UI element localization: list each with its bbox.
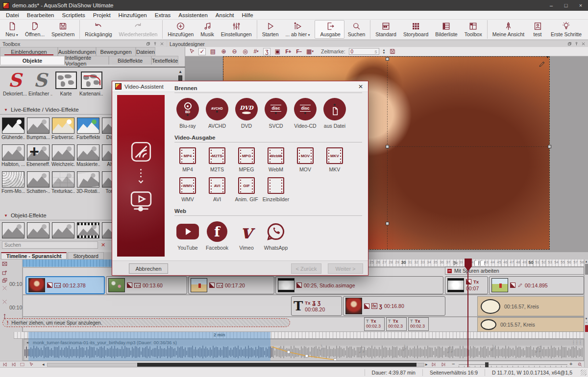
collapse-icon[interactable]: −	[585, 321, 588, 324]
toolbar-button[interactable]: Meine Ansicht	[487, 20, 528, 39]
transition-icon[interactable]	[209, 283, 215, 288]
timeline-clip[interactable]: 00:25, Studio.asimage	[275, 276, 443, 294]
toolbar-button[interactable]: Wiederherstellen	[116, 20, 161, 39]
close-panel-icon[interactable]	[581, 42, 586, 46]
layers-icon[interactable]: ▤	[209, 48, 217, 55]
grid-icon[interactable]: #▾	[252, 48, 260, 55]
toolbox-tab[interactable]: Einblendungen	[0, 47, 58, 56]
transition-icon[interactable]	[47, 283, 52, 288]
transition-icon[interactable]	[510, 283, 515, 288]
menu-item[interactable]: Hilfe	[238, 12, 257, 18]
audio-selection-overlay[interactable]	[28, 332, 270, 361]
close-button[interactable]: ×	[573, 0, 588, 11]
effect-item[interactable]: Farbeffekte	[77, 118, 99, 140]
zeitmarke-input[interactable]: 0s	[349, 48, 379, 55]
toolbox-object-item[interactable]: S Dekoriert...	[3, 71, 27, 96]
toolbox-tab[interactable]: Texteffekte	[151, 56, 178, 65]
video-option[interactable]: MKV MKV	[323, 147, 346, 172]
video-option[interactable]: GIF Anim. GIF	[235, 177, 258, 202]
zoom-selection-icon[interactable]: ◎	[242, 48, 249, 55]
zoom-out-timeline-icon[interactable]: −	[452, 361, 455, 367]
toolbar-button[interactable]: Storyboard	[400, 20, 432, 39]
web-option[interactable]: WhatsApp	[265, 221, 287, 251]
toolbar-button[interactable]: Toolbox	[461, 20, 486, 39]
burn-option[interactable]: disc Video-CD	[294, 98, 317, 129]
effect-item[interactable]: Bumpma...	[27, 118, 49, 140]
menu-item[interactable]: Hinzufügen	[115, 12, 151, 18]
float-icon[interactable]	[567, 42, 572, 46]
add-track-icon[interactable]	[1, 269, 8, 276]
track-layers-icon[interactable]	[1, 277, 8, 283]
burn-option[interactable]: disc SVCD	[265, 98, 287, 129]
toolbar-button[interactable]: Erste Schritte	[547, 20, 585, 39]
save-timemark-icon[interactable]	[389, 48, 396, 55]
toolbar-button[interactable]: test	[528, 20, 547, 39]
zoom-out-icon[interactable]: ⊖	[231, 48, 238, 55]
close-panel-icon[interactable]	[160, 42, 164, 46]
effect-item[interactable]: Halbton, ...	[2, 144, 24, 167]
video-option[interactable]: WebM WebM	[265, 147, 287, 172]
scissors-icon[interactable]	[453, 260, 459, 266]
effect-item[interactable]: Schatten-...	[27, 171, 49, 194]
motion-path-icon[interactable]: ʒ	[263, 48, 270, 55]
resize-grip[interactable]	[581, 370, 587, 376]
timeline-clip[interactable]: 00:13.60	[106, 276, 187, 294]
timeline-tab[interactable]: Storyboard	[68, 252, 103, 259]
menu-item[interactable]: Scriptlets	[58, 12, 89, 18]
video-option[interactable]: AVI AVI	[206, 177, 228, 202]
burn-option[interactable]: AVCHD AVCHD	[206, 98, 228, 129]
pin-icon[interactable]	[574, 42, 579, 46]
clear-search-icon[interactable]: ✕	[101, 242, 105, 248]
timeline-clip[interactable]: 00:17.20	[188, 276, 274, 294]
snap-toggle-icon[interactable]: ✓	[198, 48, 206, 55]
timeline-vscrollbar[interactable]: ▴ ▾ −	[584, 259, 588, 367]
track-transition-icon[interactable]	[1, 299, 8, 305]
zoom-in-timeline-icon[interactable]: +	[569, 361, 572, 367]
cancel-button[interactable]: Abbrechen	[129, 263, 168, 274]
timeline-zoom-knob[interactable]	[485, 362, 489, 367]
timeline-clip[interactable]: Tx 00:07	[445, 276, 488, 294]
burn-option[interactable]: aus Datei	[323, 98, 346, 129]
section-live-effects[interactable]: ▼ Live-Effekte / Video-Effekte	[4, 107, 79, 113]
effect-item[interactable]: Glühende...	[2, 118, 24, 140]
minimize-button[interactable]: –	[544, 0, 559, 11]
toolbar-button[interactable]: ... ab hier	[282, 20, 313, 39]
toolbox-tab[interactable]: Intelligente Vorlagen	[65, 56, 109, 65]
video-option[interactable]: MOV MOV	[294, 147, 317, 172]
timeline-text-clip[interactable]: T Txʓʒ 00:08.20	[291, 296, 342, 316]
toolbox-object-item[interactable]: S Kartenani...	[79, 71, 103, 96]
web-option[interactable]: Facebook	[206, 221, 228, 251]
toolbar-button[interactable]: Bilderliste	[432, 20, 461, 39]
transition-icon[interactable]	[296, 283, 302, 288]
background-icon[interactable]: ▦▾	[306, 48, 314, 55]
prev-frame-icon[interactable]	[11, 362, 16, 367]
scroll-left-icon[interactable]: ◂	[42, 362, 45, 367]
toolbar-button[interactable]: Öffnen...	[22, 20, 48, 39]
next-button[interactable]: Weiter >	[328, 263, 363, 274]
timeline-tab[interactable]: Timeline - Spuransicht	[1, 252, 67, 259]
menu-item[interactable]: Assistenten	[174, 12, 211, 18]
toolbox-tab[interactable]: Dateien	[136, 47, 155, 56]
rotate-pencil-handle[interactable]	[538, 60, 546, 68]
toolbar-button[interactable]: Neu	[2, 20, 22, 39]
menu-item[interactable]: Extras	[151, 12, 175, 18]
video-option[interactable]: WMV WMV	[176, 177, 199, 202]
timeline-shape-clip[interactable]: 00:16.57, Kreis	[477, 296, 584, 316]
zoom-in-icon[interactable]: ⊕	[220, 48, 227, 55]
menu-item[interactable]: Ansicht	[212, 12, 238, 18]
float-icon[interactable]	[146, 42, 150, 46]
object-effect-item[interactable]	[27, 222, 49, 238]
burn-option[interactable]: BD Blu-ray	[176, 98, 199, 129]
keyframe-add-icon[interactable]: F+	[285, 48, 292, 55]
go-start-icon[interactable]	[2, 362, 7, 367]
toolbar-button[interactable]: Einstellungen	[218, 20, 255, 39]
toolbar-button[interactable]: Suchen	[344, 20, 369, 39]
timeline-clip[interactable]: fx ʒ 00:16.80	[343, 296, 445, 316]
selection-handle[interactable]	[386, 57, 389, 61]
select-mode-icon[interactable]	[28, 362, 34, 367]
timeline-mini-text-clip[interactable]: TTx 00:02.3	[408, 317, 429, 331]
timeline-scrollbar-thumb[interactable]	[137, 363, 416, 367]
track-transition-icon[interactable]	[1, 285, 8, 291]
effect-item[interactable]: Form-Mo...	[2, 171, 24, 194]
toolbox-object-item[interactable]: S Einfacher ...	[28, 71, 52, 96]
